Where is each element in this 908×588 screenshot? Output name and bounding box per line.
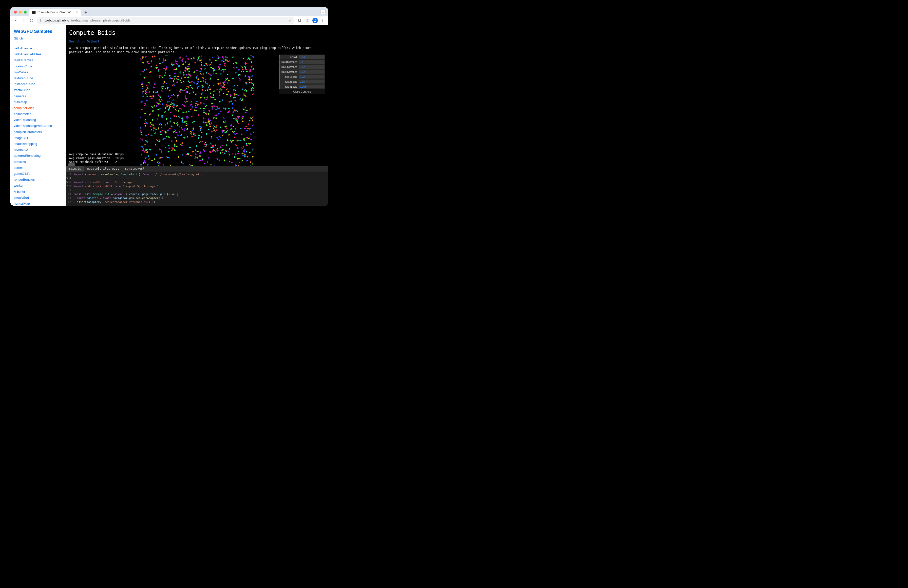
control-rule2Distance: rule2Distance0.025 [279, 64, 325, 69]
svg-rect-0 [40, 19, 41, 20]
control-value-input[interactable]: 0.02 [299, 75, 324, 79]
sidebar-item-reversedZ[interactable]: reversedZ [14, 147, 63, 153]
sidebar-item-twoCubes[interactable]: twoCubes [14, 69, 63, 75]
control-value-input[interactable]: 0.04 [299, 55, 324, 59]
sidebar-item-cubemap[interactable]: cubemap [14, 99, 63, 105]
profile-avatar[interactable] [312, 18, 318, 23]
sidebar-item-cameras[interactable]: cameras [14, 93, 63, 99]
sidebar-item-samplerParameters[interactable]: samplerParameters [14, 129, 63, 135]
sidebar-item-fractalCube[interactable]: fractalCube [14, 87, 63, 93]
window-controls [14, 11, 27, 14]
control-label: rule2Distance [280, 65, 299, 68]
page-description: A GPU compute particle simulation that m… [69, 46, 325, 55]
sidebar-heading: WebGPU Samples [14, 29, 63, 34]
control-rule3Distance: rule3Distance0.025 [279, 69, 325, 74]
tab-overflow-button[interactable]: ⌄ [320, 10, 326, 14]
page-title: Compute Boids [69, 29, 325, 36]
control-label: rule2Scale [280, 80, 299, 83]
sidebar-item-particles[interactable]: particles [14, 159, 63, 165]
sidebar-item-imageBlur[interactable]: imageBlur [14, 135, 63, 141]
svg-point-5 [322, 20, 323, 21]
minimize-window-button[interactable] [19, 11, 22, 14]
url-domain: webgpu.github.io [45, 19, 69, 22]
sidebar-item-helloTriangleMSAA[interactable]: helloTriangleMSAA [14, 52, 63, 57]
sidebar-item-animometer[interactable]: animometer [14, 111, 63, 117]
control-value-input[interactable]: 0.1 [299, 60, 324, 64]
forward-button[interactable] [21, 18, 27, 23]
sidebar-item-computeBoids[interactable]: computeBoids [14, 105, 63, 111]
sidebar-item-gameOfLife[interactable]: gameOfLife [14, 171, 63, 177]
svg-point-6 [322, 21, 323, 22]
svg-point-4 [322, 19, 323, 19]
control-rule3Scale: rule3Scale0.005 [279, 84, 325, 89]
control-value-input[interactable]: 0.025 [299, 70, 324, 74]
url-path: /webgpu-samples/samples/computeBoids [71, 19, 130, 22]
control-label: rule1Scale [280, 75, 299, 78]
control-label: rule3Distance [280, 70, 299, 73]
sidebar-item-videoUploadingWebCodecs[interactable]: videoUploadingWebCodecs [14, 123, 63, 129]
screenshot-canvas: Compute Boids - WebGPU S… × ＋ ⌄ webgpu.g… [0, 0, 336, 218]
sidebar-item-renderBundles[interactable]: renderBundles [14, 177, 63, 183]
sidebar-item-deferredRendering[interactable]: deferredRendering [14, 153, 63, 159]
control-rule1Distance: rule1Distance0.1 [279, 60, 325, 64]
new-tab-button[interactable]: ＋ [82, 9, 89, 16]
code-tab-main-ts[interactable]: main.ts [66, 166, 84, 172]
sidebar-item-rotatingCube[interactable]: rotatingCube [14, 63, 63, 69]
controls-panel: deltaT0.04rule1Distance0.1rule2Distance0… [279, 55, 325, 94]
code-tab-updateSprites-wgsl[interactable]: updateSprites.wgsl [84, 166, 122, 172]
address-bar[interactable]: webgpu.github.io/webgpu-samples/samples/… [37, 17, 295, 24]
close-controls-button[interactable]: Close Controls [279, 89, 325, 94]
sidebar-item-helloTriangle[interactable]: helloTriangle [14, 45, 63, 52]
sidebar-github-link[interactable]: Github [14, 37, 23, 40]
control-value-input[interactable]: 0.05 [299, 80, 324, 84]
side-panel-icon[interactable] [304, 18, 311, 23]
browser-window: Compute Boids - WebGPU S… × ＋ ⌄ webgpu.g… [10, 7, 328, 206]
extensions-icon[interactable] [296, 18, 303, 23]
simulation-canvas[interactable] [140, 56, 254, 167]
sidebar-item-instancedCube[interactable]: instancedCube [14, 81, 63, 87]
close-tab-icon[interactable]: × [76, 10, 78, 14]
code-tab-sprite-wgsl[interactable]: sprite.wgsl [122, 166, 148, 172]
stats-overlay: avg compute pass duration: 886µs avg ren… [69, 153, 124, 164]
sidebar-item-cornell[interactable]: cornell [14, 165, 63, 171]
svg-rect-1 [40, 21, 41, 21]
sample-nav: helloTrianglehelloTriangleMSAAresizeCanv… [14, 45, 63, 206]
favicon-icon [32, 11, 35, 14]
back-button[interactable] [13, 18, 19, 23]
sidebar-item-bitonicSort[interactable]: bitonicSort [14, 195, 63, 201]
control-rule1Scale: rule1Scale0.02 [279, 74, 325, 79]
maximize-window-button[interactable] [24, 11, 27, 14]
line-gutter: 1 2 3 4 5 6 7 8 9 10 11 12 [66, 172, 72, 206]
control-value-input[interactable]: 0.025 [299, 65, 324, 69]
browser-tab[interactable]: Compute Boids - WebGPU S… × [29, 9, 81, 16]
sidebar-item-texturedCube[interactable]: texturedCube [14, 75, 63, 81]
code-panel: main.tsupdateSprites.wgslsprite.wgsl 1 2… [66, 166, 328, 206]
sidebar-divider [14, 43, 63, 43]
site-settings-icon[interactable] [39, 19, 43, 22]
page-content: WebGPU Samples Github helloTrianglehello… [10, 25, 328, 206]
sidebar-item-resizeCanvas[interactable]: resizeCanvas [14, 57, 63, 63]
main-panel: Compute Boids See it on Github! A GPU co… [66, 25, 328, 206]
svg-rect-2 [306, 19, 309, 22]
reload-button[interactable] [29, 18, 35, 23]
see-on-github-link[interactable]: See it on Github! [69, 40, 100, 43]
code-editor[interactable]: import { assert, makeSample, SampleInit … [72, 172, 328, 206]
control-label: rule1Distance [280, 60, 299, 63]
sidebar-item-normalMap[interactable]: normalMap [14, 201, 63, 206]
sidebar-item-shadowMapping[interactable]: shadowMapping [14, 141, 63, 147]
tab-strip: Compute Boids - WebGPU S… × ＋ ⌄ [10, 7, 328, 16]
control-deltaT: deltaT0.04 [279, 55, 325, 60]
tab-title: Compute Boids - WebGPU S… [37, 11, 74, 14]
browser-toolbar: webgpu.github.io/webgpu-samples/samples/… [10, 16, 328, 25]
resize-handle[interactable] [68, 163, 75, 166]
sidebar-item-worker[interactable]: worker [14, 183, 63, 188]
svg-point-3 [315, 19, 316, 21]
close-window-button[interactable] [14, 11, 17, 14]
sidebar-item-videoUploading[interactable]: videoUploading [14, 117, 63, 123]
control-rule2Scale: rule2Scale0.05 [279, 79, 325, 84]
bookmark-icon[interactable]: ☆ [289, 19, 291, 22]
control-label: deltaT [280, 56, 299, 58]
kebab-menu-icon[interactable] [320, 18, 326, 23]
control-value-input[interactable]: 0.005 [299, 85, 324, 89]
sidebar-item-A-buffer[interactable]: A-buffer [14, 189, 63, 195]
